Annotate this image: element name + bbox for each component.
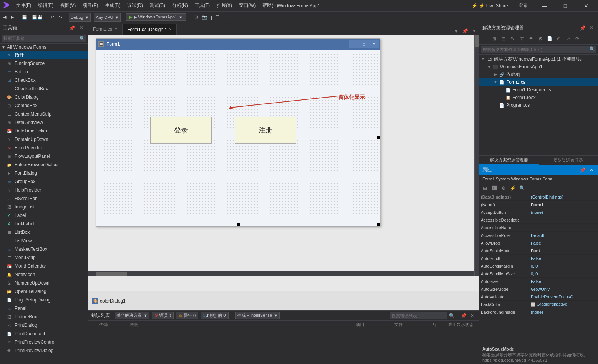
sol-btn-scope[interactable]: ⊙ <box>555 35 563 43</box>
error-search-icon[interactable]: 🔍 <box>449 313 455 318</box>
toolbox-item-datagridview[interactable]: ⊞DataGridView <box>0 118 88 127</box>
menu-view[interactable]: 视图(V) <box>57 2 79 10</box>
maximize-btn[interactable]: □ <box>556 0 574 12</box>
sol-btn-filter[interactable]: ▽ <box>518 35 526 43</box>
tree-item-5[interactable]: 📋Form1.resx <box>479 94 598 101</box>
props-btn-search[interactable]: 🔍 <box>518 184 526 192</box>
sol-btn-1[interactable]: ← <box>481 35 489 43</box>
toolbox-item-button[interactable]: ▭Button <box>0 68 88 76</box>
toolbox-item-flowlayoutpanel[interactable]: ⊞FlowLayoutPanel <box>0 152 88 160</box>
toolbox-item-imagelist[interactable]: 🖼ImageList <box>0 203 88 211</box>
toolbox-item-combobox[interactable]: ⊟ComboBox <box>0 101 88 110</box>
cpu-dropdown[interactable]: Any CPU ▼ <box>94 13 121 22</box>
props-row-11[interactable]: AutoSizeFalse <box>479 278 598 285</box>
toolbar-extra-4[interactable]: ⊤ <box>214 14 221 20</box>
toolbar-extra-2[interactable]: 📷 <box>200 14 209 20</box>
sol-btn-sync[interactable]: ⟳ <box>573 35 581 43</box>
toolbox-item-maskedtextbox[interactable]: ▭MaskedTextBox <box>0 245 88 253</box>
save-all-btn[interactable]: 💾💾 <box>30 14 44 20</box>
props-btn-cat[interactable]: ⊞ <box>481 184 489 192</box>
tree-item-4[interactable]: 📄Form1.Designer.cs <box>479 86 598 94</box>
sol-btn-3[interactable]: ⊟ <box>499 35 508 43</box>
props-btn-props[interactable]: ⚙ <box>499 184 508 192</box>
resize-handle-b[interactable] <box>237 223 240 226</box>
toolbar-extra-3[interactable]: | <box>209 14 214 20</box>
toolbox-item-numericupdown[interactable]: ⊻NumericUpDown <box>0 279 88 287</box>
tab-panel-pin[interactable]: 📌 <box>461 28 470 35</box>
props-row-9[interactable]: AutoScrollMargin0, 0 <box>479 262 598 270</box>
toolbar-extra-5[interactable]: ⊣ <box>222 14 229 20</box>
menu-debug[interactable]: 调试(D) <box>124 2 146 10</box>
toolbox-item-openfiledialog[interactable]: 📂OpenFileDialog <box>0 287 88 296</box>
sol-search-input[interactable] <box>481 46 596 53</box>
toolbox-item-colordialog[interactable]: 🎨ColorDialog <box>0 93 88 101</box>
tab-panel-menu[interactable]: ▼ <box>452 28 460 35</box>
live-share-btn[interactable]: ⚡ ⚡ Live Share <box>468 2 511 9</box>
props-row-4[interactable]: AccessibleName <box>479 224 598 232</box>
menu-tools[interactable]: 工具(T) <box>192 2 213 10</box>
props-row-2[interactable]: AcceptButton(none) <box>479 208 598 216</box>
props-row-7[interactable]: AutoScaleModeFont <box>479 247 598 255</box>
col-project[interactable]: 项目 <box>354 322 393 328</box>
toolbox-item-groupbox[interactable]: ▭GroupBox <box>0 177 88 186</box>
props-btn-events[interactable]: ⚡ <box>508 184 517 192</box>
error-search-input[interactable] <box>390 312 447 319</box>
toolbox-item-printdialog[interactable]: 🖨PrintDialog <box>0 321 88 329</box>
toolbox-item-printpreviewdialog[interactable]: 👁PrintPreviewDialog <box>0 346 88 355</box>
menu-edit[interactable]: 编辑(E) <box>35 2 56 10</box>
redo-btn[interactable]: ↪ <box>57 14 64 20</box>
toolbox-group-header[interactable]: ▼ All Windows Forms <box>0 44 88 51</box>
form-min-btn[interactable]: — <box>349 40 359 48</box>
sol-btn-refresh[interactable]: ↻ <box>508 35 517 43</box>
toolbox-pin-btn[interactable]: 📌 <box>68 25 76 31</box>
toolbox-item-printdocument[interactable]: 📄PrintDocument <box>0 329 88 338</box>
toolbox-item-pagesetupdialog[interactable]: 📄PageSetupDialog <box>0 296 88 304</box>
props-row-8[interactable]: AutoScrollFalse <box>479 255 598 262</box>
toolbox-item-label[interactable]: ALabel <box>0 211 88 220</box>
resize-handle-br[interactable] <box>377 223 380 226</box>
toolbox-item-notifyicon[interactable]: 🔔NotifyIcon <box>0 270 88 279</box>
sol-search-icon[interactable]: 🔍 <box>590 46 595 51</box>
toolbox-item-folderbrowserdialog[interactable]: 📁FolderBrowserDialog <box>0 160 88 169</box>
save-btn[interactable]: 💾 <box>20 14 29 20</box>
toolbox-item-datetimepicker[interactable]: 📅DateTimePicker <box>0 127 88 135</box>
props-row-12[interactable]: AutoSizeModeGrowOnly <box>479 285 598 293</box>
props-row-6[interactable]: AllowDropFalse <box>479 239 598 247</box>
toolbox-item-指针[interactable]: ↖指针 <box>0 51 88 59</box>
sol-btn-git[interactable]: ⎇ <box>564 35 572 43</box>
forward-btn[interactable]: ▶ <box>9 14 15 20</box>
build-dropdown[interactable]: 生成 + IntelliSense ▼ <box>235 312 280 319</box>
error-close[interactable]: ✕ <box>469 312 476 319</box>
sol-tab-explorer[interactable]: 解决方案资源管理器 <box>479 156 539 165</box>
menu-project[interactable]: 项目(P) <box>80 2 101 10</box>
col-desc[interactable]: 说明 <box>128 322 354 328</box>
tree-item-6[interactable]: 📄Program.cs <box>479 101 598 109</box>
tree-item-1[interactable]: ▼⬛WindowsFormsApp1 <box>479 63 598 71</box>
canvas-scrollbar-v[interactable] <box>474 35 479 276</box>
col-line[interactable]: 行 <box>431 322 447 328</box>
toolbox-search-input[interactable] <box>2 35 86 42</box>
form-window[interactable]: 🔲 Form1 — □ ✕ 登录 注册 <box>96 38 380 227</box>
toolbox-item-contextmenustrip[interactable]: ☰ContextMenuStrip <box>0 110 88 118</box>
col-file[interactable]: 文件 <box>393 322 431 328</box>
undo-btn[interactable]: ↩ <box>49 14 56 20</box>
menu-window[interactable]: 窗口(W) <box>236 2 259 10</box>
toolbox-item-linklabel[interactable]: ALinkLabel <box>0 220 88 228</box>
sol-btn-2[interactable]: ⊞ <box>490 35 498 43</box>
tab-form1cs-close[interactable]: ✕ <box>115 27 118 31</box>
sol-btn-props[interactable]: ⚙ <box>536 35 545 43</box>
sol-btn-show-all[interactable]: 👁 <box>527 35 535 43</box>
run-btn[interactable]: ▶ ▶ WindowsFormsApp1 ▼ <box>126 13 186 21</box>
props-row-13[interactable]: AutoValidateEnablePreventFocusC <box>479 293 598 301</box>
props-row-14[interactable]: BackColorGradientInactive <box>479 301 598 308</box>
toolbar-extra-1[interactable]: ⊞ <box>193 14 199 20</box>
toolbox-item-hscrollbar[interactable]: ↔HScrollBar <box>0 194 88 203</box>
toolbox-item-bindingsource[interactable]: ⊞BindingSource <box>0 59 88 68</box>
tab-form1cs[interactable]: Form1.cs ✕ <box>88 24 123 35</box>
col-suppress[interactable]: 禁止显示状态 <box>447 322 477 328</box>
toolbox-close-btn[interactable]: ✕ <box>78 25 85 31</box>
props-btn-alpha[interactable]: 🅰 <box>490 184 498 192</box>
sol-tab-team[interactable]: 团队资源管理器 <box>539 156 598 165</box>
info-count-badge[interactable]: ℹ 1消息 的 0 <box>201 312 228 319</box>
tab-form1-design[interactable]: Form1.cs [Design]* ✕ <box>123 24 177 35</box>
